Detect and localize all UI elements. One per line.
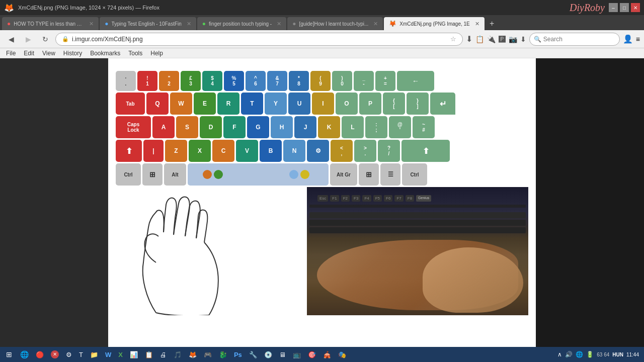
notification-icon[interactable]: ∧ (557, 351, 562, 358)
address-bar[interactable]: 🔒 i.imgur.com/XmCdENj.png ☆ (55, 33, 463, 46)
tab-3-icon: ● (202, 20, 206, 27)
taskbar-app3[interactable]: ✕ (48, 348, 62, 361)
menu-file[interactable]: File (2, 48, 20, 58)
tray-numbers: 63 64 (597, 352, 609, 357)
taskbar-excel[interactable]: X (115, 348, 126, 361)
taskbar-folder[interactable]: 📁 (87, 348, 101, 361)
key-r: R (217, 93, 239, 115)
menu-history[interactable]: History (59, 48, 86, 58)
key-semicolon: :; (365, 116, 387, 138)
language-indicator[interactable]: HUN (612, 352, 623, 357)
tab-3-close[interactable]: ✕ (277, 21, 281, 27)
taskbar-firefox[interactable]: 🦊 (186, 348, 200, 361)
key-d: D (200, 116, 222, 138)
taskbar-word[interactable]: W (102, 348, 114, 361)
taskbar-app20[interactable]: 🎯 (305, 348, 319, 361)
key-backtick: ·. (116, 71, 136, 91)
extensions-icon[interactable]: 🔌 (487, 35, 496, 43)
synced-tabs-icon[interactable]: 📋 (475, 35, 484, 43)
search-input[interactable] (543, 36, 615, 43)
screenshot-icon[interactable]: 📷 (509, 35, 517, 43)
real-keyboard-photo: Esc F1 F2 F3 F4 F5 F6 F7 F8 Genius (307, 187, 528, 315)
close-button[interactable]: ✕ (631, 3, 640, 12)
key-w: W (170, 93, 192, 115)
taskbar-app11[interactable]: 🎵 (171, 348, 185, 361)
key-alt-left: Alt (164, 163, 186, 186)
tab-2[interactable]: ● Typing Test English - 10FastFin ✕ (100, 17, 196, 30)
taskbar-app2[interactable]: 🔴 (33, 348, 47, 361)
search-input-wrapper[interactable]: 🔍 (529, 33, 620, 46)
title-bar: 🦊 XmCdENj.png (PNG Image, 1024 × 724 pix… (0, 0, 644, 15)
maximize-button[interactable]: □ (620, 3, 629, 12)
tab-4[interactable]: ● [guide]How I learnt touch-typi... ✕ (287, 17, 383, 30)
taskbar-app10[interactable]: 🖨 (157, 348, 170, 361)
forward-button[interactable]: ▶ (21, 32, 35, 46)
key-menu: ☰ (380, 163, 400, 186)
tab-1[interactable]: ● HOW TO TYPE in less than ONI ✕ (2, 17, 99, 30)
keyboard-row-4: ⬆ | Z X C V B N ⚙ <, >. ?/ ⬆ (116, 140, 528, 162)
tab-4-close[interactable]: ✕ (373, 21, 378, 27)
taskbar-app14[interactable]: 🐉 (216, 348, 230, 361)
key-4: $4 (202, 71, 222, 91)
start-button[interactable]: ⊞ (2, 348, 16, 361)
key-3: £3 (181, 71, 201, 91)
more-icon[interactable]: ≡ (636, 35, 640, 43)
key-f: F (223, 116, 246, 138)
hand-and-photo-area: Esc F1 F2 F3 F4 F5 F6 F7 F8 Genius (116, 187, 528, 315)
key-x: X (189, 140, 211, 162)
key-2: "2 (159, 71, 179, 91)
menu-view[interactable]: View (38, 48, 59, 58)
taskbar-app19[interactable]: 📺 (290, 348, 304, 361)
taskbar-app18[interactable]: 🖥 (276, 348, 289, 361)
key-rbracket: }] (407, 93, 429, 115)
tab-bar: ● HOW TO TYPE in less than ONI ✕ ● Typin… (0, 15, 644, 30)
taskbar-app8[interactable]: 📊 (127, 348, 141, 361)
search-icon: 🔍 (534, 36, 541, 43)
taskbar-app4[interactable]: ⚙ (63, 348, 75, 361)
key-k: K (318, 116, 340, 138)
taskbar-app16[interactable]: 🔧 (246, 348, 260, 361)
key-5: %5 (224, 71, 244, 91)
key-slash: ?/ (378, 140, 400, 162)
battery-icon[interactable]: 🔋 (586, 351, 594, 358)
tab-1-close[interactable]: ✕ (89, 21, 94, 27)
keyboard-image: ·. !1 "2 £3 $4 %5 ^6 (108, 58, 536, 318)
window-controls[interactable]: – □ ✕ (609, 3, 640, 12)
tab-5-close[interactable]: ✕ (475, 21, 479, 27)
menu-edit[interactable]: Edit (20, 48, 38, 58)
download-icon[interactable]: ⬇ (466, 34, 472, 44)
key-shift-left: ⬆ (116, 140, 142, 162)
menu-bookmarks[interactable]: Bookmarks (86, 48, 124, 58)
menu-tools[interactable]: Tools (124, 48, 146, 58)
bookmark-icon[interactable]: ☆ (450, 35, 456, 43)
tab-2-close[interactable]: ✕ (187, 21, 191, 27)
key-b: B (260, 140, 282, 162)
network-icon[interactable]: 🌐 (576, 351, 583, 358)
taskbar-app17[interactable]: 💿 (261, 348, 275, 361)
taskbar-app22[interactable]: 🎭 (335, 348, 349, 361)
key-0: )0 (332, 71, 352, 91)
minimize-button[interactable]: – (609, 3, 618, 12)
back-button[interactable]: ◀ (4, 32, 18, 46)
reload-button[interactable]: ↻ (38, 32, 52, 46)
taskbar-app9[interactable]: 📋 (142, 348, 156, 361)
taskbar: ⊞ 🌐 🔴 ✕ ⚙ T 📁 W X 📊 📋 🖨 🎵 🦊 🎮 🐉 Ps 🔧 💿 🖥… (0, 347, 644, 362)
key-a: A (152, 116, 175, 138)
pocket-icon[interactable]: 🅿 (499, 35, 506, 43)
new-tab-button[interactable]: + (486, 17, 499, 30)
volume-icon[interactable]: 🔊 (565, 351, 573, 358)
content-area: ·. !1 "2 £3 $4 %5 ^6 (108, 58, 536, 347)
tab-3[interactable]: ● finger position touch typing - ✕ (197, 17, 286, 30)
taskbar-app13[interactable]: 🎮 (201, 348, 215, 361)
taskbar-app5[interactable]: T (76, 348, 86, 361)
tab-5[interactable]: 🦊 XmCdENj.png (PNG Image, 1E ✕ (384, 17, 485, 30)
taskbar-ie[interactable]: 🌐 (17, 348, 32, 361)
profile-icon[interactable]: 👤 (623, 34, 633, 44)
key-o: O (336, 93, 358, 115)
menu-help[interactable]: Help (146, 48, 167, 58)
logo-text: DiyRoby (570, 2, 605, 14)
taskbar-app21[interactable]: 🎪 (320, 348, 334, 361)
dl2-icon[interactable]: ⬇ (520, 35, 526, 43)
taskbar-photoshop[interactable]: Ps (231, 348, 245, 361)
key-win-left: ⊞ (142, 163, 163, 186)
